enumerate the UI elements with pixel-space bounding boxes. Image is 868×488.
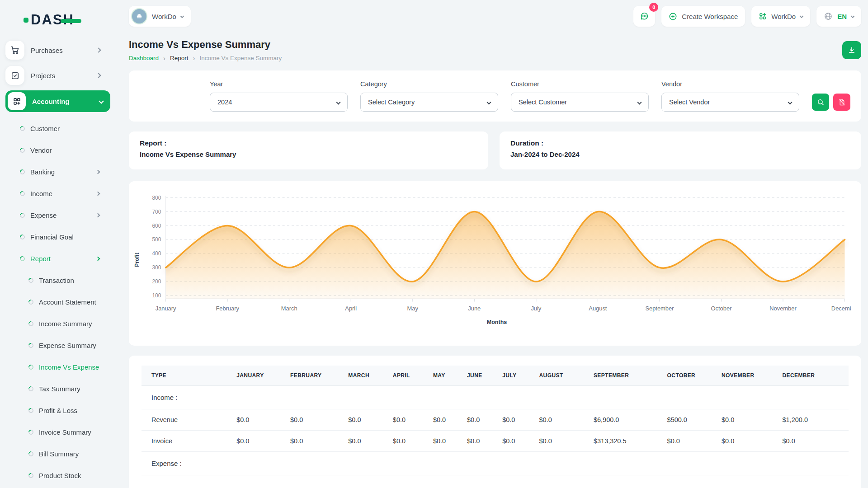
workspace-switcher[interactable]: WorkDo bbox=[129, 6, 191, 27]
svg-text:June: June bbox=[468, 305, 481, 312]
sidebar-item-tax-summary[interactable]: Tax Summary bbox=[5, 379, 110, 399]
svg-text:January: January bbox=[156, 305, 176, 312]
chevron-right-icon bbox=[96, 73, 101, 78]
globe-icon bbox=[824, 12, 833, 21]
expense-section-row: Expense : bbox=[142, 452, 849, 475]
chevron-down-icon bbox=[180, 14, 184, 18]
topbar: WorkDo 0 Create Workspace WorkDo EN bbox=[129, 5, 861, 28]
sidebar-item-product-stock[interactable]: Product Stock bbox=[5, 465, 110, 485]
col-type: TYPE bbox=[142, 366, 232, 386]
page-header: Income Vs Expense Summary Dashboard › Re… bbox=[129, 39, 861, 61]
sidebar-item-income[interactable]: Income bbox=[5, 183, 110, 203]
chart-card: Profit 800700600500400300200100JanuaryFe… bbox=[129, 181, 861, 346]
breadcrumb-dashboard-link[interactable]: Dashboard bbox=[129, 55, 159, 61]
chevron-down-icon bbox=[851, 14, 854, 18]
sidebar-item-label: Accounting bbox=[32, 98, 99, 105]
messages-button[interactable]: 0 bbox=[633, 6, 655, 27]
workdo-menu-button[interactable]: WorkDo bbox=[751, 6, 810, 27]
chevron-down-icon bbox=[487, 100, 491, 104]
sidebar-item-purchases[interactable]: Purchases bbox=[5, 40, 110, 61]
bullet-ring-icon bbox=[28, 298, 34, 305]
sidebar-item-income-summary[interactable]: Income Summary bbox=[5, 314, 110, 333]
chevron-right-icon bbox=[96, 256, 100, 261]
bullet-ring-icon bbox=[28, 363, 34, 370]
svg-text:700: 700 bbox=[152, 209, 161, 215]
summary-cards: Report : Income Vs Expense Summary Durat… bbox=[129, 131, 861, 169]
sidebar-item-expense-summary[interactable]: Expense Summary bbox=[5, 335, 110, 355]
duration-summary-card: Duration : Jan-2024 to Dec-2024 bbox=[500, 131, 861, 169]
table-row-invoice: Invoice $0.0 $0.0 $0.0 $0.0 $0.0 $0.0 $0… bbox=[142, 431, 849, 452]
chevron-down-icon bbox=[800, 14, 803, 18]
sidebar-item-label: Projects bbox=[31, 72, 97, 80]
col-february: FEBRUARY bbox=[286, 366, 344, 386]
sidebar-item-expense[interactable]: Expense bbox=[5, 205, 110, 225]
svg-text:April: April bbox=[345, 305, 357, 312]
sidebar-item-projects[interactable]: Projects bbox=[5, 65, 110, 86]
sidebar-item-accounting[interactable]: Accounting bbox=[5, 90, 110, 112]
sidebar-item-label: Purchases bbox=[31, 47, 97, 54]
logo-dash-icon bbox=[61, 19, 81, 23]
breadcrumb-current: Income Vs Expense Summary bbox=[200, 55, 282, 61]
col-april: APRIL bbox=[388, 366, 429, 386]
sidebar-item-profit-loss[interactable]: Profit & Loss bbox=[5, 400, 110, 420]
sidebar-item-transaction[interactable]: Transaction bbox=[5, 270, 110, 290]
grid-plus-icon bbox=[8, 92, 26, 110]
bullet-ring-icon bbox=[19, 168, 26, 175]
chevron-down-icon bbox=[788, 100, 793, 104]
duration-card-title: Duration : bbox=[510, 139, 850, 147]
bullet-ring-icon bbox=[19, 190, 26, 197]
bullet-ring-icon bbox=[19, 146, 26, 153]
sidebar-item-invoice-summary[interactable]: Invoice Summary bbox=[5, 422, 110, 442]
app-logo[interactable]: DASH bbox=[5, 10, 110, 30]
svg-text:February: February bbox=[216, 305, 239, 312]
create-workspace-button[interactable]: Create Workspace bbox=[661, 6, 745, 27]
table-header-row: TYPE JANUARY FEBRUARY MARCH APRIL MAY JU… bbox=[142, 366, 849, 386]
workspace-avatar bbox=[131, 8, 147, 24]
sidebar-item-bill-summary[interactable]: Bill Summary bbox=[5, 444, 110, 464]
filter-card: Year 2024 Category Select Category Custo… bbox=[129, 70, 861, 122]
col-june: JUNE bbox=[462, 366, 498, 386]
chevron-right-icon bbox=[96, 191, 100, 196]
col-may: MAY bbox=[429, 366, 462, 386]
bullet-ring-icon bbox=[28, 407, 34, 413]
topbar-actions: 0 Create Workspace WorkDo EN bbox=[633, 6, 861, 27]
svg-text:600: 600 bbox=[152, 223, 161, 229]
reset-filter-button[interactable] bbox=[833, 94, 850, 111]
bullet-ring-icon bbox=[19, 233, 26, 240]
svg-text:300: 300 bbox=[152, 264, 161, 271]
col-november: NOVEMBER bbox=[717, 366, 778, 386]
sidebar-item-income-vs-expense[interactable]: Income Vs Expense bbox=[5, 357, 110, 377]
col-july: JULY bbox=[498, 366, 534, 386]
customer-label: Customer bbox=[511, 80, 649, 88]
table-row-revenue: Revenue $0.0 $0.0 $0.0 $0.0 $0.0 $0.0 $0… bbox=[142, 409, 849, 431]
col-january: JANUARY bbox=[232, 366, 286, 386]
file-off-icon bbox=[838, 99, 846, 106]
bullet-ring-icon bbox=[19, 211, 26, 218]
customer-select[interactable]: Select Customer bbox=[511, 93, 649, 112]
sidebar-item-financial-goal[interactable]: Financial Goal bbox=[5, 227, 110, 247]
vendor-select[interactable]: Select Vendor bbox=[661, 93, 799, 112]
bullet-ring-icon bbox=[28, 277, 34, 283]
sidebar-item-report[interactable]: Report bbox=[5, 249, 110, 268]
breadcrumb-report-link[interactable]: Report bbox=[170, 55, 189, 61]
accounting-submenu: Customer Vendor Banking Income Expense bbox=[5, 118, 110, 488]
language-code: EN bbox=[837, 13, 847, 20]
bullet-ring-icon bbox=[19, 255, 26, 262]
category-select[interactable]: Select Category bbox=[360, 93, 498, 112]
sidebar-item-vendor[interactable]: Vendor bbox=[5, 140, 110, 160]
download-report-button[interactable] bbox=[842, 41, 861, 59]
chevron-down-icon bbox=[637, 100, 642, 104]
year-label: Year bbox=[210, 80, 348, 88]
sidebar-item-customer[interactable]: Customer bbox=[5, 118, 110, 138]
report-summary-card: Report : Income Vs Expense Summary bbox=[129, 131, 488, 169]
svg-text:400: 400 bbox=[152, 250, 161, 257]
cart-icon bbox=[5, 41, 24, 60]
chart-x-axis-title: Months bbox=[142, 319, 851, 325]
bullet-ring-icon bbox=[28, 385, 34, 392]
sidebar-item-account-statement[interactable]: Account Statement bbox=[5, 292, 110, 312]
language-selector[interactable]: EN bbox=[816, 6, 861, 27]
year-select[interactable]: 2024 bbox=[210, 93, 348, 112]
apply-filter-button[interactable] bbox=[812, 94, 829, 111]
chevron-down-icon bbox=[336, 100, 341, 104]
sidebar-item-banking[interactable]: Banking bbox=[5, 162, 110, 182]
